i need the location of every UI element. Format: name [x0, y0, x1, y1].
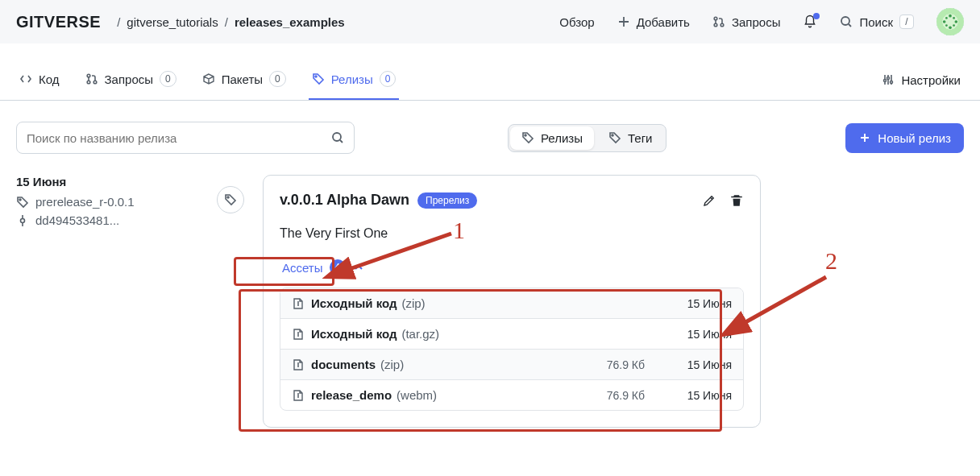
svg-point-3 [841, 17, 849, 25]
svg-point-13 [87, 81, 90, 84]
nav-search[interactable]: Поиск / [840, 14, 914, 29]
sliders-icon [882, 73, 895, 86]
tab-releases-count: 0 [380, 71, 397, 87]
svg-point-14 [93, 81, 97, 84]
trash-icon [729, 193, 744, 208]
releases-tags-toggle: Релизы Теги [508, 124, 666, 152]
release-header: v.0.0.1 Alpha Dawn Пререлиз [280, 192, 744, 209]
svg-point-6 [943, 20, 946, 23]
tags-icon [608, 131, 621, 144]
new-release-button[interactable]: Новый релиз [845, 123, 964, 153]
plus-icon [617, 15, 630, 28]
asset-ext: (zip) [380, 358, 404, 371]
tag-icon [16, 196, 29, 209]
asset-row[interactable]: documents (zip) 76.9 Кб 15 Июня [280, 349, 743, 379]
asset-ext: (tar.gz) [401, 327, 439, 341]
nav-search-label: Поиск [859, 15, 893, 29]
pull-request-icon [85, 72, 98, 85]
svg-point-2 [720, 23, 724, 27]
assets-count: 4 [330, 259, 346, 275]
asset-date: 15 Июня [659, 297, 732, 310]
repo-tabs: Код Запросы 0 Пакеты 0 Релизы 0 Настройк… [0, 43, 980, 101]
search-icon [840, 15, 853, 28]
edit-release-button[interactable] [702, 193, 716, 208]
svg-point-22 [19, 199, 21, 201]
breadcrumb-repo[interactable]: releases_examples [235, 15, 345, 29]
svg-point-16 [884, 80, 887, 82]
prerelease-badge: Пререлиз [417, 192, 477, 209]
svg-point-21 [612, 135, 613, 136]
asset-name: Исходный код [311, 296, 397, 310]
nav-requests-label: Запросы [732, 15, 781, 29]
assets-label: Ассеты [282, 261, 323, 275]
asset-row[interactable]: Исходный код (tar.gz) 15 Июня [280, 318, 743, 349]
svg-point-15 [315, 76, 317, 77]
tab-requests[interactable]: Запросы 0 [82, 63, 180, 100]
svg-point-24 [227, 197, 229, 198]
tab-code[interactable]: Код [16, 64, 63, 99]
code-icon [19, 72, 32, 85]
file-zip-icon [292, 328, 305, 341]
asset-date: 15 Июня [659, 389, 732, 402]
tab-requests-count: 0 [160, 71, 176, 87]
asset-name: documents [311, 358, 376, 371]
file-zip-icon [292, 389, 305, 402]
svg-point-4 [949, 14, 952, 18]
nav-overview-label: Обзор [559, 15, 594, 29]
tab-settings[interactable]: Настройки [878, 65, 964, 98]
release-search-input[interactable] [27, 131, 331, 145]
nav-requests[interactable]: Запросы [712, 15, 781, 29]
nav-add[interactable]: Добавить [617, 15, 690, 29]
tag-icon [312, 72, 325, 85]
app-topbar: GITVERSE / gitverse_tutorials / releases… [0, 0, 980, 43]
asset-row[interactable]: Исходный код (zip) 15 Июня [280, 288, 743, 318]
tab-packages[interactable]: Пакеты 0 [199, 63, 289, 100]
svg-point-0 [714, 17, 717, 20]
svg-point-12 [87, 74, 90, 77]
sidebar-commit[interactable]: dd494533481... [16, 213, 226, 227]
breadcrumb: / gitverse_tutorials / releases_examples [110, 15, 345, 29]
svg-point-19 [333, 133, 341, 141]
svg-point-10 [945, 24, 948, 27]
nav-overview[interactable]: Обзор [559, 15, 594, 29]
nav-notifications[interactable] [803, 14, 817, 29]
asset-ext: (zip) [401, 296, 425, 310]
commit-icon [16, 214, 29, 227]
pull-request-icon [712, 15, 725, 28]
delete-release-button[interactable] [729, 193, 744, 208]
asset-size: 76.9 Кб [593, 358, 645, 371]
asset-name: Исходный код [311, 327, 397, 341]
breadcrumb-owner[interactable]: gitverse_tutorials [127, 15, 218, 29]
asset-row[interactable]: release_demo (webm) 76.9 Кб 15 Июня [280, 379, 743, 410]
avatar-pattern-icon [941, 13, 959, 31]
sidebar-date: 15 Июня [16, 175, 226, 188]
tab-settings-label: Настройки [901, 73, 961, 87]
svg-point-5 [949, 27, 952, 30]
tab-releases[interactable]: Релизы 0 [309, 63, 400, 100]
search-kbd: / [899, 14, 914, 29]
tab-requests-label: Запросы [105, 72, 154, 86]
release-search[interactable] [16, 122, 355, 154]
assets-table: Исходный код (zip) 15 Июня Исходный код … [280, 288, 744, 411]
breadcrumb-sep: / [117, 15, 120, 29]
sidebar-commit-text: dd494533481... [35, 213, 119, 227]
svg-point-20 [525, 135, 526, 136]
assets-toggle[interactable]: Ассеты 4 [280, 254, 374, 281]
tag-icon [224, 193, 237, 206]
chevron-up-icon [352, 261, 365, 274]
svg-point-23 [21, 218, 25, 222]
sidebar-tag[interactable]: prerelease_r-0.0.1 [16, 195, 226, 209]
nav-add-label: Добавить [637, 15, 690, 29]
new-release-label: Новый релиз [878, 131, 951, 145]
tag-icon [521, 131, 534, 144]
tab-packages-label: Пакеты [222, 72, 263, 86]
svg-point-1 [714, 23, 717, 27]
release-body: 15 Июня prerelease_r-0.0.1 dd494533481..… [0, 175, 980, 428]
svg-point-18 [891, 81, 893, 84]
avatar[interactable] [936, 8, 964, 35]
brand-logo[interactable]: GITVERSE [16, 13, 101, 31]
search-icon [331, 131, 344, 144]
segment-releases[interactable]: Релизы [510, 126, 594, 150]
segment-tags-label: Теги [628, 131, 653, 145]
segment-tags[interactable]: Теги [596, 125, 666, 151]
